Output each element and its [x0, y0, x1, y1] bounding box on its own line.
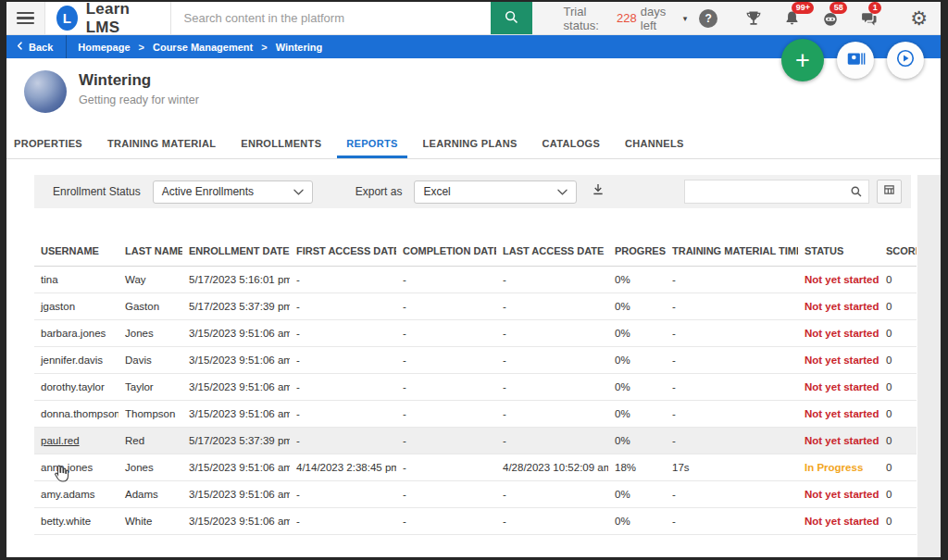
cell-completion-date: - [396, 508, 496, 535]
cell-training-material-time: - [666, 508, 798, 535]
chevron-left-icon [16, 41, 24, 53]
export-format-select[interactable]: Excel [414, 180, 577, 204]
cell-progress: 0% [608, 508, 666, 535]
cell-username[interactable]: jennifer.davis [34, 347, 118, 374]
cell-status: Not yet started [798, 508, 879, 535]
play-course-button[interactable] [887, 42, 924, 79]
cell-last-access-date: - [496, 293, 608, 320]
cell-progress: 0% [608, 401, 666, 428]
cell-first-access-date: - [290, 508, 396, 535]
cell-last-access-date: 4/28/2023 10:52:09 am [496, 454, 608, 481]
cell-status: Not yet started [798, 320, 879, 347]
cell-status: Not yet started [798, 374, 879, 401]
column-header: PROGRESS [608, 245, 666, 267]
breadcrumb: Homepage>Course Management>Wintering [67, 35, 322, 58]
table-row[interactable]: paul.redRed5/17/2023 5:37:39 pm---0%-Not… [34, 428, 917, 454]
table-search-input[interactable] [684, 180, 869, 204]
cell-completion-date: - [396, 454, 496, 481]
table-row[interactable]: betty.whiteWhite3/15/2023 9:51:06 am---0… [34, 508, 917, 535]
trial-days-left: 228 [617, 11, 637, 25]
column-header: USERNAME [34, 245, 118, 267]
table-row[interactable]: donna.thompsonThompson3/15/2023 9:51:06 … [34, 401, 917, 428]
table-row[interactable]: dorothy.taylorTaylor3/15/2023 9:51:06 am… [34, 374, 917, 401]
cell-username[interactable]: barbara.jones [34, 320, 118, 347]
global-search-button[interactable] [491, 2, 532, 34]
cell-completion-date: - [396, 401, 496, 428]
global-search-input[interactable] [171, 2, 491, 34]
cell-progress: 0% [608, 481, 666, 508]
tab-learning-plans[interactable]: LEARNING PLANS [423, 129, 518, 158]
trial-status[interactable]: Trial status: 228 days left ▾ [564, 2, 688, 34]
table-row[interactable]: amy.adamsAdams3/15/2023 9:51:06 am---0%-… [34, 481, 917, 508]
gamification-button[interactable] [744, 9, 763, 28]
cell-last-name: Adams [118, 481, 182, 508]
table-row[interactable]: barbara.jonesJones3/15/2023 9:51:06 am--… [34, 320, 917, 347]
cell-score: 0 [879, 374, 917, 401]
tab-catalogs[interactable]: CATALOGS [543, 129, 601, 158]
cell-last-name: Davis [118, 347, 182, 374]
download-icon [591, 182, 605, 201]
cell-last-name: Red [118, 428, 182, 454]
breadcrumb-item[interactable]: Homepage [78, 42, 130, 53]
cell-username[interactable]: betty.white [34, 508, 118, 535]
filter-bar: Enrollment Status Active Enrollments Exp… [34, 175, 911, 208]
enroll-users-button[interactable] [837, 42, 874, 79]
floating-actions: + [781, 37, 924, 83]
scroll-gutter[interactable] [917, 175, 941, 557]
cell-first-access-date: - [290, 374, 396, 401]
cell-progress: 0% [608, 267, 666, 293]
table-row[interactable]: anna.jonesJones3/15/2023 9:51:06 am4/14/… [34, 454, 917, 481]
cell-username[interactable]: amy.adams [34, 481, 118, 508]
cell-status: Not yet started [798, 347, 879, 374]
search-icon [504, 9, 519, 28]
logo-icon: L [56, 6, 78, 31]
cell-progress: 0% [608, 320, 666, 347]
notifications-button[interactable]: 99+ [783, 9, 801, 28]
chevron-down-icon [557, 185, 568, 198]
table-row[interactable]: tinaWay5/17/2023 5:16:01 pm---0%-Not yet… [34, 267, 917, 293]
column-header: STATUS [798, 245, 879, 267]
breadcrumb-item[interactable]: Course Management [153, 42, 253, 53]
tab-reports[interactable]: REPORTS [346, 129, 397, 158]
reports-content: Enrollment Status Active Enrollments Exp… [6, 175, 941, 557]
column-header: COMPLETION DATE [396, 245, 496, 267]
cell-enrollment-date: 3/15/2023 9:51:06 am [182, 481, 290, 508]
assistant-badge: 58 [830, 2, 847, 14]
cell-username[interactable]: dorothy.taylor [34, 374, 118, 401]
enrollment-status-select[interactable]: Active Enrollments [153, 180, 313, 204]
cell-username[interactable]: paul.red [34, 428, 118, 454]
breadcrumb-item[interactable]: Wintering [276, 42, 323, 53]
cell-score: 0 [879, 267, 917, 293]
cell-status: In Progress [798, 454, 879, 481]
cell-username[interactable]: tina [34, 267, 118, 293]
cell-progress: 0% [608, 428, 666, 454]
add-button[interactable]: + [781, 39, 824, 81]
gear-icon[interactable]: ⚙ [910, 8, 928, 28]
app-logo[interactable]: L Learn LMS [44, 2, 171, 34]
cell-completion-date: - [396, 428, 496, 454]
tab-properties[interactable]: PROPERTIES [14, 129, 82, 158]
tab-training-material[interactable]: TRAINING MATERIAL [107, 129, 216, 158]
messages-button[interactable]: 1 [860, 9, 879, 28]
tab-enrollments[interactable]: ENROLLMENTS [241, 129, 321, 158]
cell-last-name: Jones [118, 454, 182, 481]
table-row[interactable]: jgastonGaston5/17/2023 5:37:39 pm---0%-N… [34, 293, 917, 320]
manage-columns-button[interactable] [877, 180, 902, 204]
cell-enrollment-date: 3/15/2023 9:51:06 am [182, 454, 290, 481]
cell-enrollment-date: 5/17/2023 5:16:01 pm [182, 267, 290, 293]
assistant-button[interactable]: 58 [821, 9, 840, 28]
tab-channels[interactable]: CHANNELS [625, 129, 684, 158]
back-button[interactable]: Back [6, 35, 67, 58]
download-export-button[interactable] [591, 182, 605, 201]
table-row[interactable]: jennifer.davisDavis3/15/2023 9:51:06 am-… [34, 347, 917, 374]
cell-username[interactable]: donna.thompson [34, 401, 118, 428]
cell-training-material-time: - [666, 267, 798, 293]
cell-username[interactable]: anna.jones [34, 454, 118, 481]
cell-last-name: Taylor [118, 374, 182, 401]
cell-username[interactable]: jgaston [34, 293, 118, 320]
cell-first-access-date: 4/14/2023 2:38:45 pm [290, 454, 396, 481]
hamburger-menu-icon[interactable] [6, 2, 44, 34]
table-grid-icon [882, 183, 896, 200]
help-icon[interactable]: ? [699, 9, 717, 28]
cell-first-access-date: - [290, 293, 396, 320]
